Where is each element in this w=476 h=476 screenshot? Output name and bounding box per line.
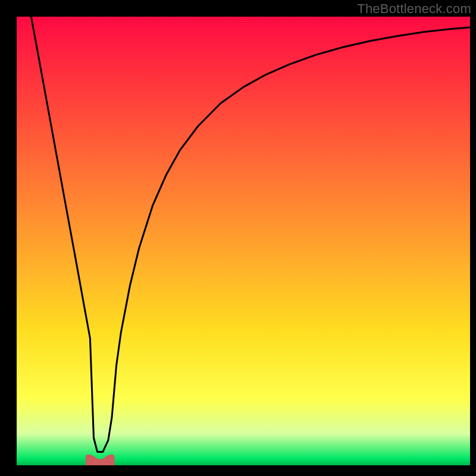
watermark-text: TheBottleneck.com xyxy=(357,1,471,17)
bottleneck-chart xyxy=(0,0,476,476)
plot-background xyxy=(17,17,470,465)
chart-frame: TheBottleneck.com xyxy=(0,0,476,476)
